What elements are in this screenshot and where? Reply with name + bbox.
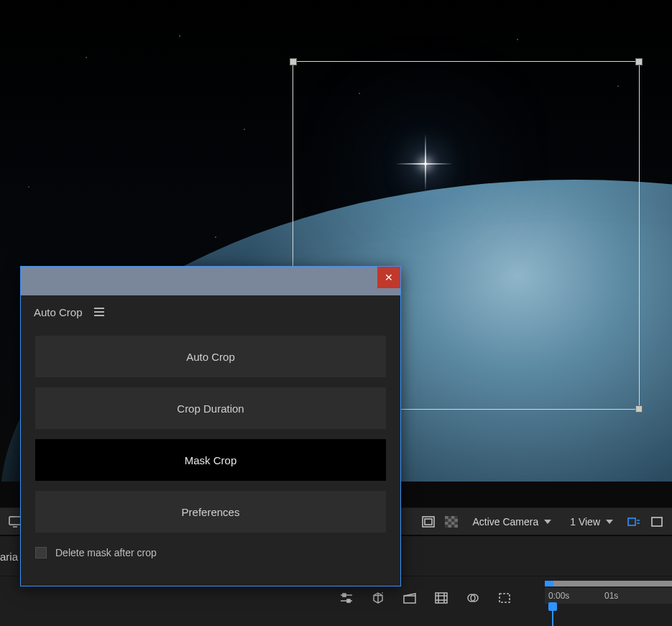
delete-mask-label: Delete mask after crop	[55, 547, 157, 558]
svg-rect-11	[448, 525, 452, 528]
dialog-body: Auto Crop Crop Duration Mask Crop Prefer…	[21, 328, 400, 586]
view-layout-icon[interactable]	[625, 512, 643, 531]
chevron-down-icon	[544, 520, 551, 524]
delete-mask-checkbox-row[interactable]: Delete mask after crop	[35, 547, 386, 558]
safe-zones-icon[interactable]	[419, 512, 438, 531]
svg-rect-0	[9, 517, 21, 525]
timeline-time-label-01s: 01s	[604, 591, 618, 601]
mask-crop-button[interactable]: Mask Crop	[35, 439, 386, 481]
svg-rect-14	[652, 517, 662, 526]
lens-flare	[424, 162, 427, 165]
cube-sparkle-icon[interactable]	[369, 589, 387, 607]
crop-handle-top-right[interactable]	[635, 58, 643, 65]
svg-rect-9	[445, 522, 448, 525]
svg-rect-17	[404, 596, 415, 603]
camera-dropdown-label: Active Camera	[472, 516, 538, 528]
dialog-titlebar[interactable]: ✕	[21, 267, 400, 295]
svg-rect-16	[347, 599, 350, 602]
preferences-button[interactable]: Preferences	[35, 491, 386, 533]
dialog-title: Auto Crop	[34, 306, 83, 318]
close-icon: ✕	[385, 272, 393, 283]
svg-rect-13	[628, 518, 635, 525]
auto-crop-dialog: ✕ Auto Crop Auto Crop Crop Duration Mask…	[20, 266, 401, 586]
svg-rect-5	[445, 516, 448, 519]
dialog-menu-button[interactable]	[94, 308, 104, 316]
transparency-grid-icon[interactable]	[442, 512, 461, 531]
timeline-playhead[interactable]	[548, 602, 557, 624]
svg-rect-15	[343, 594, 346, 597]
svg-rect-3	[425, 519, 432, 525]
clapper-icon[interactable]	[401, 589, 418, 607]
timeline-time-label-start: 0:00s	[548, 591, 569, 601]
region-of-interest-icon[interactable]	[496, 589, 513, 607]
auto-crop-button[interactable]: Auto Crop	[35, 336, 386, 377]
crop-duration-button[interactable]: Crop Duration	[35, 387, 386, 429]
svg-rect-18	[436, 593, 447, 603]
view-count-label: 1 View	[570, 516, 600, 528]
timeline-icons-row	[338, 589, 513, 607]
svg-rect-8	[455, 519, 459, 522]
svg-rect-12	[455, 525, 459, 528]
view-count-dropdown[interactable]: 1 View	[563, 512, 620, 531]
filmstrip-icon[interactable]	[433, 589, 450, 607]
timeline-scroll-indicator[interactable]	[545, 581, 553, 586]
switches-icon[interactable]	[338, 589, 355, 607]
pixel-aspect-icon[interactable]	[648, 512, 666, 531]
dialog-header: Auto Crop	[21, 295, 400, 328]
chevron-down-icon	[606, 520, 613, 524]
svg-rect-7	[448, 519, 452, 522]
partial-left-text: aria	[0, 551, 18, 563]
dialog-close-button[interactable]: ✕	[377, 267, 400, 288]
camera-dropdown[interactable]: Active Camera	[465, 512, 558, 531]
svg-rect-10	[451, 522, 455, 525]
crop-handle-top-left[interactable]	[290, 58, 297, 65]
blend-circles-icon[interactable]	[464, 589, 482, 607]
svg-rect-21	[500, 594, 510, 602]
timeline-scrollbar[interactable]	[545, 581, 672, 586]
svg-rect-6	[451, 516, 455, 519]
delete-mask-checkbox[interactable]	[35, 547, 47, 558]
